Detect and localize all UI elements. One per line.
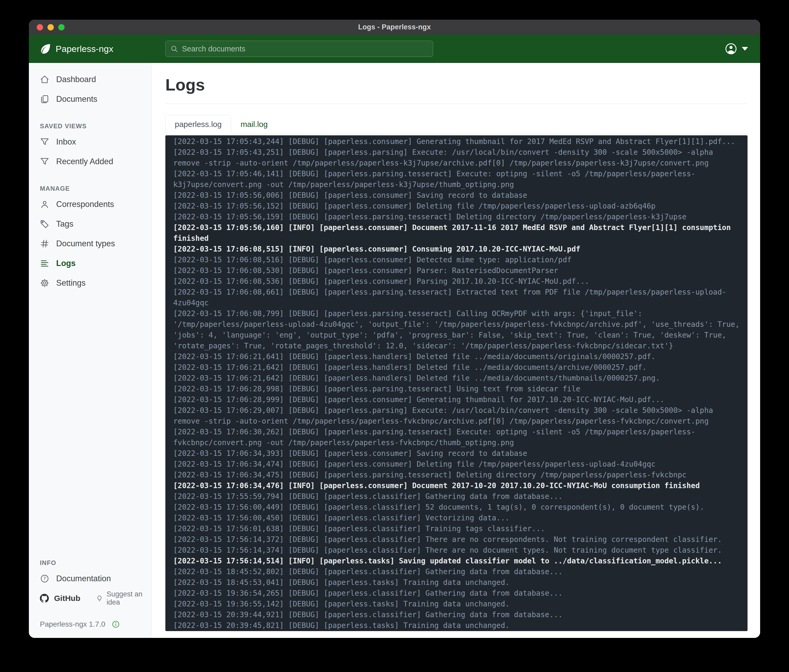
log-line: [2022-03-15 17:56:14,372] [DEBUG] [paper… — [173, 534, 741, 545]
home-icon — [40, 75, 50, 84]
main-content: Logs paperless.logmail.log [2022-03-15 1… — [152, 63, 760, 638]
suggest-idea-label: Suggest an idea — [107, 590, 152, 607]
text-left-icon — [40, 259, 50, 268]
sidebar-item-logs[interactable]: Logs — [29, 253, 152, 273]
log-line: [2022-03-15 18:45:52,802] [DEBUG] [paper… — [173, 566, 741, 577]
funnel-icon — [40, 157, 50, 166]
log-line: [2022-03-15 17:06:28,998] [DEBUG] [paper… — [173, 384, 741, 394]
log-line: [2022-03-15 17:06:08,799] [DEBUG] [paper… — [173, 308, 741, 351]
sidebar-item-label: Dashboard — [56, 75, 96, 84]
github-label: GitHub — [54, 594, 80, 603]
log-line: [2022-03-15 17:06:21,642] [DEBUG] [paper… — [173, 362, 741, 373]
log-line: [2022-03-15 17:55:59,794] [DEBUG] [paper… — [173, 491, 741, 502]
info-circle-icon[interactable] — [112, 620, 120, 629]
sidebar-item-recently-added[interactable]: Recently Added — [29, 151, 152, 171]
search-bar — [165, 41, 433, 57]
sidebar-item-label: Document types — [56, 239, 115, 248]
log-line: [2022-03-15 17:05:43,244] [DEBUG] [paper… — [173, 136, 741, 147]
log-line: [2022-03-15 17:06:34,475] [DEBUG] [paper… — [173, 470, 741, 480]
log-line: [2022-03-15 17:06:28,999] [DEBUG] [paper… — [173, 394, 741, 405]
user-avatar-icon — [725, 43, 737, 55]
app-window: Logs - Paperless-ngx Paperless-ngx — [29, 20, 760, 638]
gear-icon — [40, 278, 50, 288]
log-line: [2022-03-15 17:56:01,638] [DEBUG] [paper… — [173, 523, 741, 534]
tab-paperless-log[interactable]: paperless.log — [165, 115, 231, 134]
window-title: Logs - Paperless-ngx — [358, 23, 431, 31]
log-console[interactable]: [2022-03-15 17:05:43,244] [DEBUG] [paper… — [165, 135, 747, 631]
log-line: [2022-03-15 17:06:34,393] [DEBUG] [paper… — [173, 448, 741, 459]
tag-icon — [40, 219, 50, 229]
version-row: Paperless-ngx 1.7.0 — [40, 620, 152, 629]
svg-text:?: ? — [43, 576, 46, 581]
log-line: [2022-03-15 17:56:14,374] [DEBUG] [paper… — [173, 545, 741, 556]
log-line: [2022-03-15 17:05:56,152] [DEBUG] [paper… — [173, 201, 741, 212]
sidebar-item-inbox[interactable]: Inbox — [29, 132, 152, 151]
log-line: [2022-03-15 17:05:56,159] [DEBUG] [paper… — [173, 212, 741, 222]
search-icon — [170, 45, 178, 53]
log-line: [2022-03-15 20:39:45,821] [DEBUG] [paper… — [173, 620, 741, 631]
suggest-idea-link[interactable]: Suggest an idea — [96, 590, 152, 607]
github-link[interactable]: GitHub — [40, 594, 80, 603]
chevron-down-icon — [742, 47, 748, 51]
sidebar-spacer — [29, 293, 152, 559]
log-tabs: paperless.logmail.log — [165, 115, 747, 134]
log-line: [2022-03-15 20:39:44,921] [DEBUG] [paper… — [173, 609, 741, 620]
sidebar-item-document-types[interactable]: Document types — [29, 234, 152, 253]
log-line: [2022-03-15 17:56:00,450] [DEBUG] [paper… — [173, 513, 741, 523]
log-line: [2022-03-15 17:06:21,642] [DEBUG] [paper… — [173, 373, 741, 384]
page-title: Logs — [165, 75, 747, 95]
funnel-icon — [40, 137, 50, 147]
log-line: [2022-03-15 17:06:21,641] [DEBUG] [paper… — [173, 351, 741, 362]
sidebar-info-section: INFO ? Documentation — [29, 559, 152, 629]
person-icon — [40, 200, 50, 209]
log-line: [2022-03-15 17:56:00,449] [DEBUG] [paper… — [173, 502, 741, 513]
sidebar-item-documents[interactable]: Documents — [29, 89, 152, 109]
sidebar-links-row: GitHub Suggest an idea — [29, 588, 152, 608]
log-line: [2022-03-15 17:06:08,516] [DEBUG] [paper… — [173, 255, 741, 265]
log-line: [2022-03-15 17:05:43,251] [DEBUG] [paper… — [173, 147, 741, 169]
titlebar: Logs - Paperless-ngx — [29, 20, 760, 35]
minimize-button[interactable] — [48, 24, 54, 30]
log-line: [2022-03-15 17:05:46,141] [DEBUG] [paper… — [173, 169, 741, 190]
sidebar-item-documentation[interactable]: ? Documentation — [29, 568, 152, 588]
zoom-button[interactable] — [58, 24, 65, 30]
lightbulb-icon — [96, 594, 104, 602]
sidebar-item-settings[interactable]: Settings — [29, 273, 152, 293]
log-body: [2022-03-15 17:05:43,244] [DEBUG] [paper… — [173, 136, 741, 631]
leaf-icon — [39, 43, 51, 55]
tab-mail-log[interactable]: mail.log — [231, 115, 277, 134]
log-line: [2022-03-15 17:06:08,515] [INFO] [paperl… — [173, 244, 741, 255]
log-line: [2022-03-15 17:56:14,514] [INFO] [paperl… — [173, 556, 741, 566]
sidebar-item-label: Recently Added — [56, 157, 113, 166]
window-controls — [37, 20, 65, 35]
sidebar-item-label: Documents — [56, 94, 97, 104]
log-line: [2022-03-15 17:05:56,006] [DEBUG] [paper… — [173, 190, 741, 201]
brand-logo-link[interactable]: Paperless-ngx — [39, 43, 113, 55]
sidebar-nav: DashboardDocumentsSAVED VIEWSInboxRecent… — [29, 70, 152, 293]
close-button[interactable] — [37, 24, 43, 30]
sidebar-section-info: INFO — [40, 559, 152, 567]
log-line: [2022-03-15 17:06:29,007] [DEBUG] [paper… — [173, 405, 741, 427]
log-line: [2022-03-15 17:06:08,661] [DEBUG] [paper… — [173, 287, 741, 308]
sidebar-item-tags[interactable]: Tags — [29, 214, 152, 234]
log-line: [2022-03-15 17:06:08,530] [DEBUG] [paper… — [173, 265, 741, 276]
sidebar-item-dashboard[interactable]: Dashboard — [29, 70, 152, 89]
user-menu[interactable] — [725, 35, 748, 63]
log-line: [2022-03-15 17:06:34,474] [DEBUG] [paper… — [173, 459, 741, 470]
title-divider — [165, 104, 747, 104]
files-icon — [40, 94, 50, 104]
sidebar-section-saved-views: SAVED VIEWS — [40, 123, 152, 130]
version-text: Paperless-ngx 1.7.0 — [40, 620, 105, 629]
log-line: [2022-03-15 18:45:53,041] [DEBUG] [paper… — [173, 577, 741, 588]
sidebar-item-label: Documentation — [56, 574, 111, 583]
log-line: [2022-03-15 19:36:54,265] [DEBUG] [paper… — [173, 588, 741, 599]
log-line: [2022-03-15 19:36:55,142] [DEBUG] [paper… — [173, 599, 741, 609]
sidebar-item-label: Tags — [56, 219, 73, 229]
sidebar-item-label: Correspondents — [56, 200, 114, 209]
app-header: Paperless-ngx — [29, 35, 760, 63]
brand-name: Paperless-ngx — [56, 44, 113, 54]
sidebar-item-correspondents[interactable]: Correspondents — [29, 194, 152, 214]
question-circle-icon: ? — [40, 574, 50, 583]
search-input[interactable] — [182, 45, 428, 53]
log-line: [2022-03-15 17:06:30,262] [DEBUG] [paper… — [173, 427, 741, 448]
